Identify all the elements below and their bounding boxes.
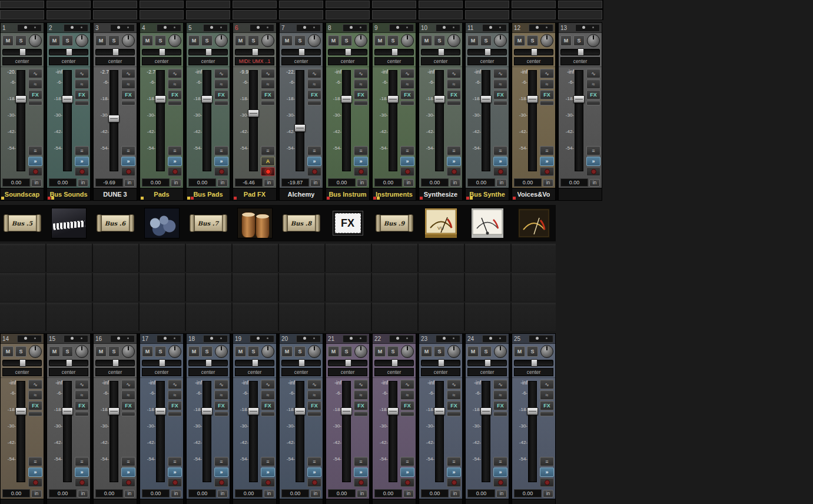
trim-icon[interactable]: ≈ [28, 390, 42, 400]
trim-icon[interactable]: ≈ [168, 79, 182, 89]
trim-icon[interactable]: ≈ [168, 390, 182, 400]
monitor-button[interactable]: » [540, 157, 554, 166]
volume-fader[interactable] [342, 70, 351, 171]
solo-button[interactable]: S [341, 346, 352, 357]
track-name-bar[interactable] [47, 499, 90, 504]
pan-knob[interactable] [494, 34, 507, 47]
mute-button[interactable]: M [281, 346, 293, 357]
congas-icon[interactable] [237, 208, 273, 238]
envelope-icon[interactable]: ∿ [540, 380, 554, 389]
record-arm-button[interactable] [447, 478, 461, 487]
fx-bypass-button[interactable] [75, 101, 89, 105]
track-name-bar[interactable]: Synthesize [419, 188, 462, 200]
record-arm-button[interactable] [121, 478, 135, 487]
fx-button[interactable]: FX [214, 401, 228, 410]
envelope-icon[interactable]: ∿ [168, 380, 182, 389]
record-arm-button[interactable] [354, 167, 368, 176]
record-arm-button[interactable] [168, 167, 182, 176]
mute-button[interactable]: M [374, 35, 386, 46]
trim-icon[interactable]: ≈ [354, 390, 368, 400]
track-name-bar[interactable]: Bus Synthe [466, 188, 509, 200]
record-arm-button[interactable] [447, 167, 461, 176]
routing-icon[interactable]: ≡ [586, 146, 600, 155]
mute-button[interactable]: M [2, 346, 14, 357]
monitor-button[interactable]: » [540, 467, 554, 477]
trim-icon[interactable]: ≈ [75, 390, 89, 400]
solo-button[interactable]: S [480, 35, 492, 46]
solo-button[interactable]: S [248, 346, 259, 357]
fx-button[interactable]: FX [75, 401, 89, 410]
solo-button[interactable]: S [155, 346, 166, 357]
volume-fader[interactable] [63, 70, 72, 171]
record-arm-button[interactable] [121, 167, 135, 176]
fx-button[interactable]: FX [261, 401, 275, 410]
record-arm-button[interactable] [214, 478, 228, 487]
volume-fader[interactable] [296, 381, 304, 482]
fx-bypass-button[interactable] [261, 412, 275, 416]
mute-button[interactable]: M [328, 35, 339, 46]
monitor-button[interactable]: » [168, 467, 182, 477]
pan-knob[interactable] [75, 345, 88, 358]
record-mode-button[interactable] [436, 335, 460, 343]
record-mode-button[interactable] [64, 24, 88, 32]
routing-icon[interactable]: ≡ [354, 457, 368, 466]
fader-thumb[interactable] [155, 95, 166, 103]
fader-thumb[interactable] [527, 95, 538, 103]
fx-button[interactable]: FX [75, 90, 89, 100]
input-button[interactable]: in [310, 490, 321, 498]
envelope-icon[interactable]: ∿ [354, 380, 368, 389]
trim-icon[interactable]: ≈ [261, 79, 275, 89]
solo-button[interactable]: S [387, 346, 399, 357]
fader-thumb[interactable] [573, 95, 585, 103]
record-mode-button[interactable] [482, 24, 507, 32]
routing-icon[interactable]: ≡ [214, 146, 228, 155]
track-name-bar[interactable]: Alchemy [280, 188, 323, 200]
solo-button[interactable]: S [527, 35, 538, 46]
solo-button[interactable]: S [573, 35, 585, 46]
monitor-button[interactable]: » [168, 157, 182, 166]
routing-icon[interactable]: ≡ [447, 457, 461, 466]
track-name-bar[interactable] [466, 499, 509, 504]
mute-button[interactable]: M [235, 35, 246, 46]
fx-bypass-button[interactable] [400, 412, 414, 416]
fx-button[interactable]: FX [354, 401, 368, 410]
fx-bypass-button[interactable] [307, 101, 321, 105]
routing-icon[interactable]: ≡ [540, 146, 554, 155]
fx-button[interactable]: FX [168, 401, 182, 410]
pan-knob[interactable] [29, 345, 42, 358]
routing-icon[interactable]: ≡ [261, 457, 275, 466]
record-arm-button[interactable] [75, 478, 89, 487]
input-button[interactable]: in [357, 179, 367, 187]
fx-bypass-button[interactable] [261, 101, 275, 105]
fx-button[interactable]: FX [400, 90, 414, 100]
trim-icon[interactable]: ≈ [261, 390, 275, 400]
fader-thumb[interactable] [387, 407, 399, 415]
volume-fader[interactable] [296, 70, 304, 171]
record-arm-button[interactable] [261, 167, 275, 176]
fader-thumb[interactable] [434, 95, 445, 103]
fx-bypass-button[interactable] [121, 101, 135, 105]
fx-plugin-icon[interactable]: FX [333, 211, 363, 236]
routing-icon[interactable]: ≡ [121, 146, 135, 155]
input-button[interactable]: in [171, 490, 181, 498]
record-mode-button[interactable] [296, 24, 321, 32]
fader-thumb[interactable] [62, 95, 73, 103]
fx-bypass-button[interactable] [354, 101, 368, 105]
monitor-button[interactable]: » [214, 157, 228, 166]
fader-thumb[interactable] [248, 407, 259, 415]
record-arm-button[interactable] [28, 167, 42, 176]
record-mode-button[interactable] [529, 335, 553, 343]
track-name-bar[interactable]: Bus Sounds [47, 188, 90, 200]
input-button[interactable]: in [403, 490, 414, 498]
mute-button[interactable]: M [560, 35, 572, 46]
width-slider[interactable] [328, 49, 367, 55]
volume-fader[interactable] [528, 381, 537, 482]
monitor-button[interactable]: » [214, 467, 228, 477]
volume-fader[interactable] [342, 381, 351, 482]
volume-fader[interactable] [249, 70, 258, 171]
fader-thumb[interactable] [248, 110, 259, 117]
monitor-button[interactable]: » [307, 467, 321, 477]
pan-knob[interactable] [308, 345, 321, 358]
mute-button[interactable]: M [514, 35, 525, 46]
routing-icon[interactable]: ≡ [307, 457, 321, 466]
